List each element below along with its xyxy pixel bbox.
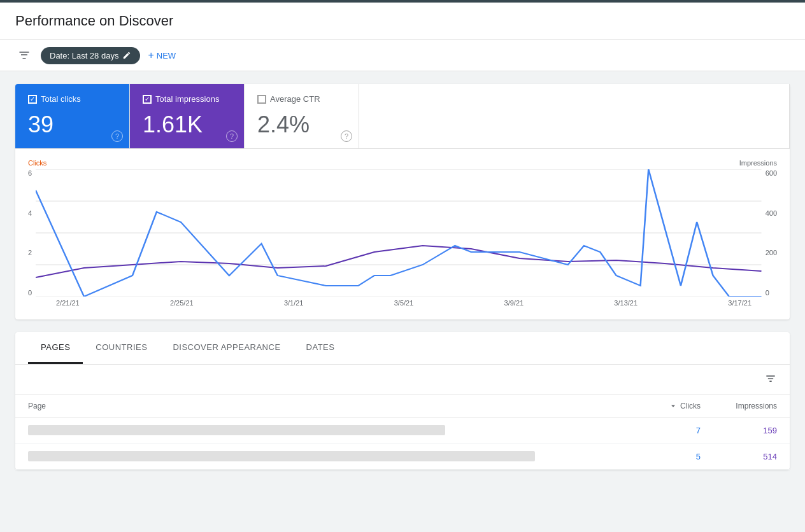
ctr-metric-card[interactable]: Average CTR 2.4% ?: [245, 84, 359, 148]
y-right-200: 200: [766, 249, 777, 256]
plus-icon: +: [148, 50, 153, 61]
row-2-page: [28, 451, 624, 461]
tab-countries-label: COUNTRIES: [96, 342, 147, 352]
tab-discover-appearance[interactable]: DISCOVER APPEARANCE: [160, 332, 293, 364]
x-label-1: 2/21/21: [56, 299, 80, 307]
row-1-impressions: 159: [701, 426, 777, 435]
chart-svg: [36, 169, 762, 297]
row-2-impressions: 514: [701, 452, 777, 461]
table-card: PAGES COUNTRIES DISCOVER APPEARANCE DATE…: [15, 332, 790, 470]
y-left-0: 0: [28, 289, 32, 297]
x-label-6: 3/13/21: [614, 299, 638, 307]
date-filter-label: Date: Last 28 days: [50, 51, 118, 60]
tab-pages-label: PAGES: [41, 342, 70, 352]
impressions-metric-card[interactable]: ✓ Total impressions 1.61K ?: [130, 84, 245, 148]
row-2-clicks: 5: [624, 452, 701, 461]
y-axis-left: 6 4 2 0: [28, 169, 36, 297]
impressions-axis-label: Impressions: [739, 159, 777, 167]
row-1-clicks: 7: [624, 426, 701, 435]
impressions-help-icon[interactable]: ?: [226, 130, 238, 142]
clicks-help-icon[interactable]: ?: [111, 130, 123, 142]
date-filter-button[interactable]: Date: Last 28 days: [41, 47, 140, 64]
page-title: Performance on Discover: [15, 13, 790, 29]
table-row: 5 514: [15, 444, 790, 470]
impressions-value: 1.61K: [143, 111, 231, 138]
impressions-label: Total impressions: [155, 94, 219, 104]
x-label-2: 2/25/21: [170, 299, 194, 307]
clicks-label-row: ✓ Total clicks: [28, 94, 117, 104]
filter-icon-btn[interactable]: [15, 46, 33, 64]
col-header-clicks[interactable]: Clicks: [624, 402, 701, 410]
ctr-label-row: Average CTR: [257, 94, 346, 104]
ctr-label: Average CTR: [270, 94, 320, 104]
y-right-0: 0: [766, 289, 769, 297]
col-header-impressions: Impressions: [701, 402, 777, 410]
table-filter-button[interactable]: [764, 372, 777, 387]
clicks-metric-card[interactable]: ✓ Total clicks 39 ?: [15, 84, 130, 148]
ctr-value: 2.4%: [257, 111, 346, 138]
new-filter-button[interactable]: + NEW: [148, 50, 176, 61]
metrics-chart-card: ✓ Total clicks 39 ? ✓ Total impressions …: [15, 84, 790, 319]
col-clicks-label: Clicks: [680, 402, 701, 410]
table-header: Page Clicks Impressions: [15, 395, 790, 417]
tab-pages[interactable]: PAGES: [28, 332, 83, 364]
tab-dates[interactable]: DATES: [294, 332, 348, 364]
y-left-4: 4: [28, 209, 32, 217]
row-1-page: [28, 425, 624, 435]
row-2-page-bar: [28, 451, 535, 461]
tab-discover-appearance-label: DISCOVER APPEARANCE: [173, 342, 280, 352]
chart-labels: Clicks Impressions: [28, 159, 777, 167]
ctr-help-icon[interactable]: ?: [341, 130, 352, 142]
sort-down-icon: [669, 402, 678, 410]
tab-dates-label: DATES: [306, 342, 335, 352]
tabs: PAGES COUNTRIES DISCOVER APPEARANCE DATE…: [15, 332, 790, 365]
edit-icon: [122, 51, 131, 60]
x-label-3: 3/1/21: [284, 299, 304, 307]
ctr-checkbox[interactable]: [257, 95, 266, 104]
table-row: 7 159: [15, 417, 790, 444]
x-axis-labels: 2/21/21 2/25/21 3/1/21 3/5/21 3/9/21 3/1…: [28, 297, 777, 307]
y-left-2: 2: [28, 249, 32, 256]
table-filter-icon: [764, 372, 777, 385]
row-1-page-bar: [28, 425, 445, 435]
new-label: NEW: [157, 51, 176, 60]
x-label-5: 3/9/21: [504, 299, 524, 307]
x-label-4: 3/5/21: [394, 299, 414, 307]
clicks-checkbox[interactable]: ✓: [28, 95, 37, 104]
y-axis-right: 600 400 200 0: [762, 169, 777, 297]
y-right-600: 600: [766, 169, 777, 177]
metrics-row: ✓ Total clicks 39 ? ✓ Total impressions …: [15, 84, 790, 149]
y-left-6: 6: [28, 169, 32, 177]
impressions-label-row: ✓ Total impressions: [143, 94, 231, 104]
clicks-axis-label: Clicks: [28, 159, 46, 167]
chart-svg-area: [36, 169, 762, 297]
x-label-7: 3/17/21: [728, 299, 752, 307]
main-content: ✓ Total clicks 39 ? ✓ Total impressions …: [0, 71, 805, 482]
impressions-checkbox[interactable]: ✓: [143, 95, 152, 104]
clicks-value: 39: [28, 111, 117, 138]
toolbar: Date: Last 28 days + NEW: [0, 40, 805, 71]
tab-countries[interactable]: COUNTRIES: [83, 332, 160, 364]
filter-icon: [18, 49, 31, 62]
y-right-400: 400: [766, 209, 777, 217]
col-header-page: Page: [28, 402, 624, 410]
clicks-label: Total clicks: [41, 94, 81, 104]
header: Performance on Discover: [0, 3, 805, 40]
empty-metric-card: [359, 84, 790, 148]
chart-container: Clicks Impressions 6 4 2 0: [15, 149, 790, 319]
table-toolbar: [15, 365, 790, 395]
chart-body: 6 4 2 0: [28, 169, 777, 297]
